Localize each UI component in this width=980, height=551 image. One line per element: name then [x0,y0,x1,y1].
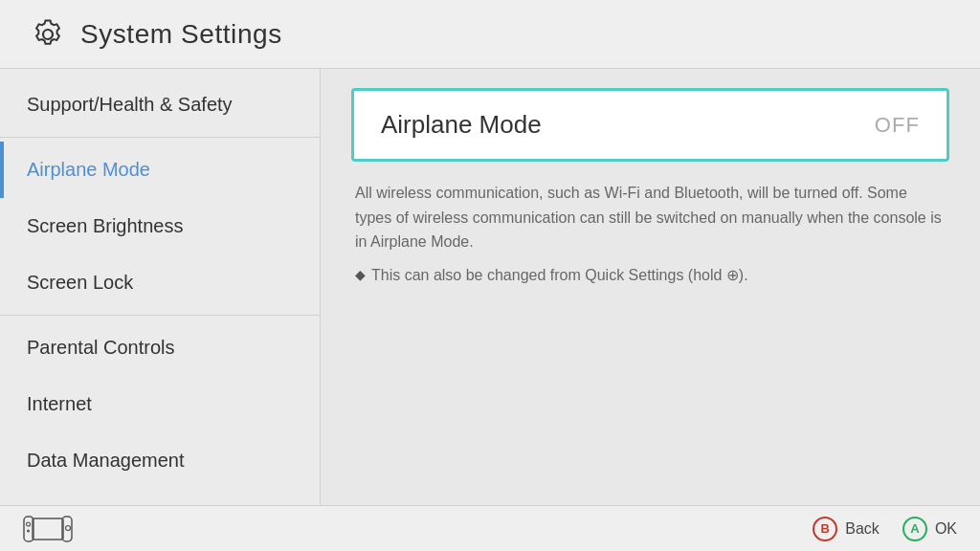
airplane-mode-label: Airplane Mode [381,110,542,140]
sidebar-item-screenlock[interactable]: Screen Lock [0,254,320,311]
sidebar-item-datamanagement[interactable]: Data Management [0,432,320,489]
b-button-circle: B [813,517,837,541]
sidebar-item-brightness[interactable]: Screen Brightness [0,198,320,254]
back-label: Back [845,520,880,538]
content-area: Airplane Mode OFF All wireless communica… [321,69,980,505]
sidebar-divider-2 [0,315,320,316]
svg-point-5 [66,525,71,530]
ok-label: OK [935,520,957,538]
gear-icon [31,17,65,52]
quick-settings-text: This can also be changed from Quick Sett… [371,266,748,284]
a-button-circle: A [902,517,927,541]
description-text: All wireless communication, such as Wi-F… [355,181,946,254]
sidebar-divider-1 [0,137,320,138]
sidebar-item-airplane[interactable]: Airplane Mode [0,142,320,198]
sidebar-item-support[interactable]: Support/Health & Safety [0,77,320,133]
console-icon [23,515,73,543]
svg-point-3 [27,522,31,526]
quick-settings-note: ◆ This can also be changed from Quick Se… [355,266,946,284]
back-button[interactable]: B Back [813,517,880,541]
page-title: System Settings [80,19,282,50]
svg-rect-0 [33,518,63,540]
airplane-mode-value: OFF [875,113,920,138]
diamond-icon: ◆ [355,267,366,282]
description-block: All wireless communication, such as Wi-F… [351,181,949,284]
sidebar-item-parental[interactable]: Parental Controls [0,320,320,376]
footer-right: B Back A OK [813,517,957,541]
sidebar-item-internet[interactable]: Internet [0,376,320,432]
sidebar: Support/Health & Safety Airplane Mode Sc… [0,69,321,505]
footer-left [23,515,73,543]
header: System Settings [0,0,980,69]
main-layout: Support/Health & Safety Airplane Mode Sc… [0,69,980,505]
airplane-mode-card[interactable]: Airplane Mode OFF [351,88,949,162]
ok-button[interactable]: A OK [902,517,957,541]
svg-point-4 [27,529,30,532]
footer: B Back A OK [0,505,980,551]
